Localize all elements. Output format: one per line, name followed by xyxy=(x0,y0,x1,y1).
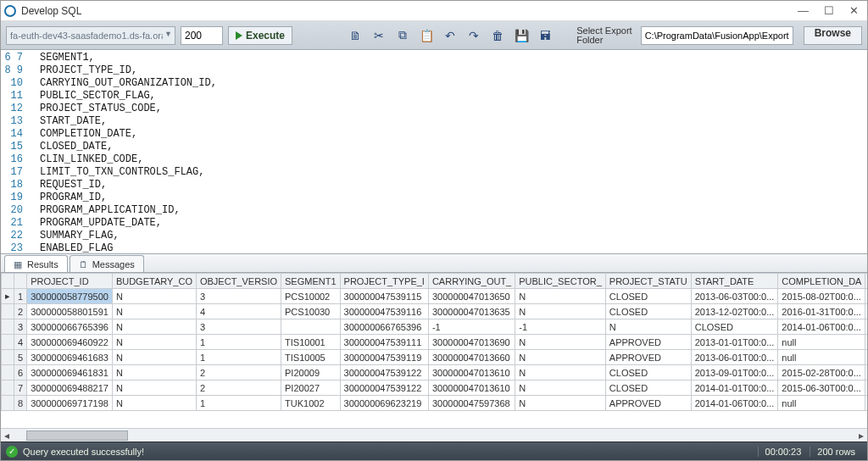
table-cell[interactable]: null xyxy=(865,396,867,411)
table-cell[interactable]: null xyxy=(865,335,867,350)
table-cell[interactable]: N xyxy=(112,380,196,396)
table-cell[interactable]: 2013-09-01T00:0... xyxy=(691,365,778,380)
table-cell[interactable]: -1 xyxy=(428,319,515,335)
table-row[interactable]: 4300000069460922N1TIS1000130000004753911… xyxy=(2,335,868,350)
table-cell[interactable]: N xyxy=(605,319,691,335)
table-cell[interactable]: null xyxy=(778,335,865,350)
table-cell[interactable] xyxy=(281,319,341,335)
redo-icon[interactable]: ↷ xyxy=(467,29,481,42)
table-cell[interactable]: N xyxy=(515,304,606,319)
copy-icon[interactable]: ⧉ xyxy=(396,29,409,42)
table-cell[interactable]: N xyxy=(515,335,606,350)
tab-messages[interactable]: 🗒 Messages xyxy=(70,255,144,272)
new-file-icon[interactable]: 🗎 xyxy=(348,29,362,42)
save-all-icon[interactable]: 🖬 xyxy=(538,29,552,42)
minimize-button[interactable]: — xyxy=(798,4,809,17)
save-icon[interactable]: 💾 xyxy=(515,29,528,42)
column-header[interactable]: COMPLETION_DA xyxy=(778,274,865,289)
table-cell[interactable]: PI20027 xyxy=(281,380,341,396)
table-cell[interactable]: CLOSED xyxy=(605,304,691,319)
column-header[interactable]: SEGMENT1 xyxy=(281,274,341,289)
table-cell[interactable]: 2013-01-01T00:0... xyxy=(691,335,778,350)
table-cell[interactable]: 300000066765396 xyxy=(27,319,113,335)
table-cell[interactable]: 2015-08-02T00:0... xyxy=(778,289,865,304)
table-cell[interactable]: APPROVED xyxy=(605,335,691,350)
table-cell[interactable]: 300000069623219 xyxy=(340,396,428,411)
column-header[interactable]: PROJECT_STATU xyxy=(605,274,691,289)
export-folder-input[interactable] xyxy=(641,26,793,45)
scroll-right-icon[interactable]: ▸ xyxy=(855,430,867,442)
table-cell[interactable]: 300000069488217 xyxy=(27,380,113,396)
table-cell[interactable]: 2 xyxy=(196,380,281,396)
cut-icon[interactable]: ✂ xyxy=(372,29,386,42)
table-cell[interactable]: 2 xyxy=(196,365,281,380)
column-header[interactable]: START_DATE xyxy=(691,274,778,289)
table-cell[interactable]: 300000047013660 xyxy=(428,350,515,365)
column-header[interactable]: CLOSED_DATE xyxy=(865,274,867,289)
table-cell[interactable]: PI20009 xyxy=(281,365,341,380)
table-cell[interactable]: null xyxy=(778,396,865,411)
column-header[interactable]: OBJECT_VERSIO xyxy=(196,274,281,289)
table-cell[interactable]: 300000047013610 xyxy=(428,365,515,380)
table-cell[interactable]: -1 xyxy=(515,319,606,335)
table-cell[interactable]: CLOSED xyxy=(605,365,691,380)
table-cell[interactable]: 2014-01-01T00:0... xyxy=(691,380,778,396)
undo-icon[interactable]: ↶ xyxy=(443,29,457,42)
column-header[interactable]: CARRYING_OUT_ xyxy=(428,274,515,289)
table-cell[interactable]: 2013-12-02T00:0... xyxy=(691,304,778,319)
maximize-button[interactable]: ☐ xyxy=(824,4,834,17)
execute-button[interactable]: Execute xyxy=(228,26,292,45)
table-row[interactable]: 7300000069488217N2PI20027300000047539122… xyxy=(2,380,868,396)
table-row[interactable]: 8300000069717198N1TUK1002300000069623219… xyxy=(2,396,868,411)
table-cell[interactable]: N xyxy=(515,365,606,380)
table-cell[interactable]: N xyxy=(112,365,196,380)
column-header[interactable]: BUDGETARY_CO xyxy=(112,274,196,289)
table-cell[interactable]: 300000047013690 xyxy=(428,335,515,350)
table-cell[interactable]: 4 xyxy=(196,304,281,319)
table-cell[interactable]: TIS10005 xyxy=(281,350,341,365)
table-cell[interactable]: 300000069461831 xyxy=(27,365,113,380)
browse-button[interactable]: Browse xyxy=(804,26,862,45)
table-cell[interactable]: 2013-06-03T00:0... xyxy=(691,289,778,304)
table-cell[interactable]: 300000047013635 xyxy=(428,304,515,319)
paste-icon[interactable]: 📋 xyxy=(420,29,433,42)
table-cell[interactable]: 2016-03-04T00:0... xyxy=(865,319,867,335)
table-cell[interactable]: 1 xyxy=(196,350,281,365)
results-table[interactable]: PROJECT_IDBUDGETARY_COOBJECT_VERSIOSEGME… xyxy=(1,273,867,411)
table-cell[interactable]: 1 xyxy=(196,335,281,350)
table-cell[interactable]: 2014-01-06T00:0... xyxy=(778,319,865,335)
table-cell[interactable]: 300000047539122 xyxy=(340,380,428,396)
sql-editor[interactable]: 6 7 8 9 10 11 12 13 14 15 16 17 18 19 20… xyxy=(1,50,867,253)
horizontal-scrollbar[interactable]: ◂ ▸ xyxy=(1,428,867,442)
table-cell[interactable]: TIS10001 xyxy=(281,335,341,350)
table-cell[interactable]: APPROVED xyxy=(605,396,691,411)
table-cell[interactable]: 300000047539111 xyxy=(340,335,428,350)
table-cell[interactable]: 2016-01-31T00:0... xyxy=(778,304,865,319)
table-cell[interactable]: N xyxy=(515,289,606,304)
table-cell[interactable]: 300000058779500 xyxy=(27,289,113,304)
table-cell[interactable]: null xyxy=(865,350,867,365)
table-cell[interactable]: 300000047539122 xyxy=(340,365,428,380)
table-cell[interactable]: 2015-06-30T00:0... xyxy=(778,380,865,396)
table-row[interactable]: 2300000058801591N4PCS1003030000004753911… xyxy=(2,304,868,319)
table-cell[interactable]: N xyxy=(515,380,606,396)
table-cell[interactable]: 300000069461683 xyxy=(27,350,113,365)
table-cell[interactable]: N xyxy=(112,396,196,411)
table-cell[interactable]: 2013-06-01T00:0... xyxy=(691,350,778,365)
table-cell[interactable]: 1 xyxy=(196,396,281,411)
table-cell[interactable]: 300000047597368 xyxy=(428,396,515,411)
table-cell[interactable]: null xyxy=(778,350,865,365)
table-cell[interactable]: TUK1002 xyxy=(281,396,341,411)
table-cell[interactable]: 300000047539119 xyxy=(340,350,428,365)
scroll-left-icon[interactable]: ◂ xyxy=(1,430,13,442)
table-cell[interactable]: 2016-04-12T00:0... xyxy=(865,380,867,396)
table-cell[interactable]: N xyxy=(112,350,196,365)
table-cell[interactable]: N xyxy=(112,289,196,304)
row-limit-input[interactable] xyxy=(181,26,223,45)
table-cell[interactable]: CLOSED xyxy=(605,289,691,304)
table-cell[interactable]: 300000047013610 xyxy=(428,380,515,396)
table-cell[interactable]: 300000047013650 xyxy=(428,289,515,304)
table-cell[interactable]: N xyxy=(112,335,196,350)
table-cell[interactable]: APPROVED xyxy=(605,350,691,365)
table-cell[interactable]: 2016-03-10T00:0... xyxy=(865,289,867,304)
